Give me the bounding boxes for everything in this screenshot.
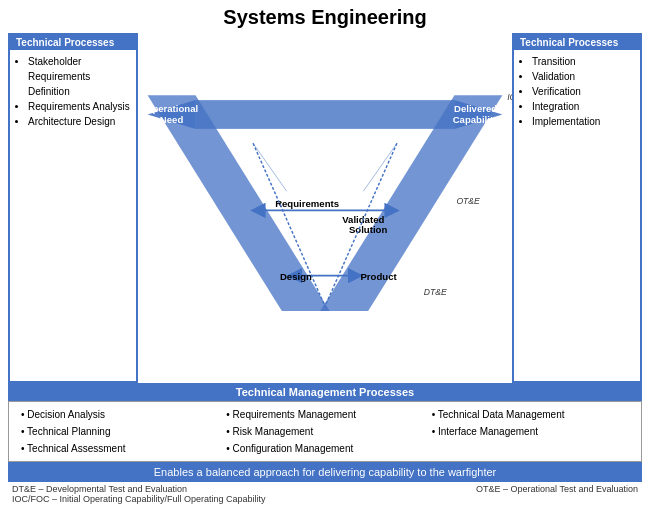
svg-text:Product: Product <box>360 271 397 282</box>
mgmt-item: • Technical Assessment <box>21 440 218 457</box>
list-item: Implementation <box>532 114 634 129</box>
list-item: Validation <box>532 69 634 84</box>
svg-text:Realization: Realization <box>466 234 504 288</box>
list-item: Stakeholder Requirements Definition <box>28 54 130 99</box>
list-item: Transition <box>532 54 634 69</box>
list-item: Integration <box>532 99 634 114</box>
svg-line-24 <box>363 143 397 191</box>
mgmt-item: • Technical Planning <box>21 423 218 440</box>
right-box-list: Transition Validation Verification Integ… <box>520 54 634 129</box>
abbreviations: DT&E – Developmental Test and Evaluation… <box>8 482 642 506</box>
mgmt-col-3: • Technical Data Management • Interface … <box>428 406 633 457</box>
left-box-list: Stakeholder Requirements Definition Requ… <box>16 54 130 129</box>
mgmt-item: • Decision Analysis <box>21 406 218 423</box>
page: Systems Engineering Technical Processes … <box>0 0 650 512</box>
mgmt-item: • Technical Data Management <box>432 406 629 423</box>
bottom-bar: Enables a balanced approach for deliveri… <box>8 462 642 482</box>
right-box-title: Technical Processes <box>514 35 640 50</box>
svg-rect-2 <box>196 100 455 129</box>
svg-text:Delivered: Delivered <box>454 103 497 114</box>
tech-box-left: Technical Processes Stakeholder Requirem… <box>8 33 138 383</box>
list-item: Architecture Design <box>28 114 130 129</box>
mgmt-item: • Risk Management <box>226 423 423 440</box>
abbrev-dte: DT&E – Developmental Test and Evaluation <box>12 484 187 494</box>
mgmt-col-1: • Decision Analysis • Technical Planning… <box>17 406 222 457</box>
svg-text:Need: Need <box>160 114 184 125</box>
abbrev-left: DT&E – Developmental Test and Evaluation… <box>12 484 325 504</box>
left-box-title: Technical Processes <box>10 35 136 50</box>
svg-text:Design: Design <box>280 271 312 282</box>
tech-box-right: Technical Processes Transition Validatio… <box>512 33 642 383</box>
abbrev-ote: OT&E – Operational Test and Evaluation <box>476 484 638 494</box>
page-title: Systems Engineering <box>8 6 642 29</box>
svg-text:Requirements: Requirements <box>275 198 339 209</box>
mgmt-header: Technical Management Processes <box>8 383 642 401</box>
mgmt-item: • Requirements Management <box>226 406 423 423</box>
center-diagram: Operational Need Delivered Capability IO… <box>138 33 512 383</box>
mgmt-items: • Decision Analysis • Technical Planning… <box>8 401 642 462</box>
list-item: Requirements Analysis <box>28 99 130 114</box>
mgmt-item: • Interface Management <box>432 423 629 440</box>
svg-text:OT&E: OT&E <box>456 196 480 206</box>
svg-line-23 <box>253 143 287 191</box>
svg-text:DT&E: DT&E <box>424 287 447 297</box>
svg-text:Solution: Solution <box>349 224 387 235</box>
middle-section: Technical Processes Stakeholder Requirem… <box>8 33 642 383</box>
abbrev-ioc: IOC/FOC – Initial Operating Capability/F… <box>12 494 266 504</box>
svg-text:Capability: Capability <box>453 114 499 125</box>
svg-text:Decomposition: Decomposition <box>141 225 189 297</box>
svg-text:Operational: Operational <box>145 103 198 114</box>
diagram-svg: Operational Need Delivered Capability IO… <box>138 33 512 383</box>
abbrev-right: OT&E – Operational Test and Evaluation <box>325 484 638 504</box>
list-item: Verification <box>532 84 634 99</box>
mgmt-col-2: • Requirements Management • Risk Managem… <box>222 406 427 457</box>
mgmt-item: • Configuration Management <box>226 440 423 457</box>
